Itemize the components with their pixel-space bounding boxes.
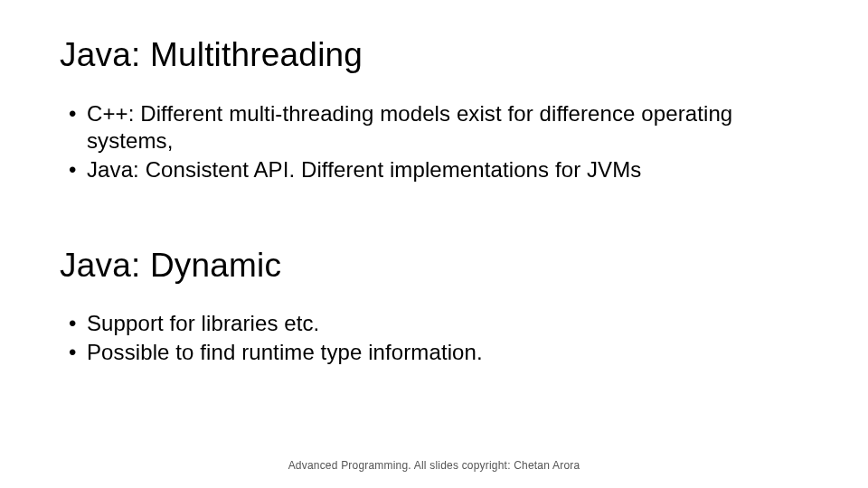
- bullet-item: Possible to find runtime type informatio…: [69, 339, 808, 366]
- bullet-item: Support for libraries etc.: [69, 310, 808, 337]
- slide: Java: Multithreading C++: Different mult…: [0, 0, 868, 488]
- heading-dynamic: Java: Dynamic: [60, 247, 808, 286]
- bullet-item: C++: Different multi-threading models ex…: [69, 100, 808, 155]
- slide-footer: Advanced Programming. All slides copyrig…: [0, 459, 868, 472]
- heading-multithreading: Java: Multithreading: [60, 36, 808, 75]
- bullet-item: Java: Consistent API. Different implemen…: [69, 156, 808, 183]
- bullet-list-dynamic: Support for libraries etc. Possible to f…: [69, 310, 808, 366]
- bullet-list-multithreading: C++: Different multi-threading models ex…: [69, 100, 808, 183]
